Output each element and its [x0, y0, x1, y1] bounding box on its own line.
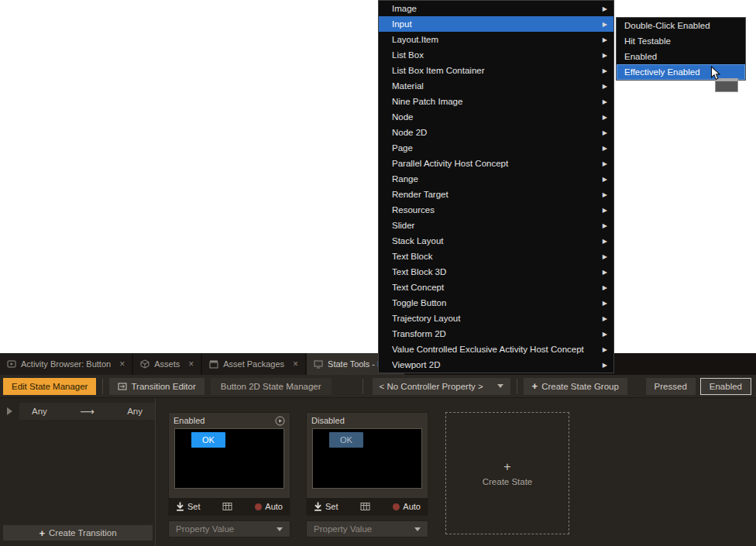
- menu-item-render-target[interactable]: Render Target▶: [379, 187, 613, 202]
- set-button[interactable]: Set: [176, 502, 201, 511]
- submenu-arrow-icon: ▶: [603, 191, 607, 198]
- menu-item-input[interactable]: Input▶: [379, 16, 613, 32]
- state-card-footer: Set Auto: [169, 498, 290, 515]
- tab-assets[interactable]: Assets ×: [133, 353, 201, 375]
- set-label: Set: [187, 502, 201, 511]
- submenu-arrow-icon: ▶: [603, 222, 607, 229]
- edit-state-manager-button[interactable]: Edit State Manager: [3, 378, 96, 395]
- auto-record-icon: [255, 503, 262, 510]
- state-card-disabled[interactable]: Disabled OK Set Auto: [306, 412, 428, 516]
- chevron-down-icon: [497, 384, 503, 388]
- state-card-header: Enabled: [169, 413, 290, 428]
- menu-item-resources[interactable]: Resources▶: [379, 202, 613, 218]
- menu-item-nine-patch-image[interactable]: Nine Patch Image▶: [379, 94, 613, 109]
- state-tools-toolbar: Edit State Manager Transition Editor But…: [0, 375, 756, 398]
- state-name: Enabled: [174, 416, 204, 425]
- tab-label: Assets: [154, 359, 180, 369]
- transition-editor-label: Transition Editor: [131, 382, 195, 391]
- asset-packages-icon: [209, 359, 218, 369]
- transition-row-wrap: Any ⟶ Any: [0, 403, 155, 420]
- state-card-enabled[interactable]: Enabled OK Set Auto: [168, 412, 290, 516]
- property-value-label: Property Value: [176, 524, 234, 534]
- preview-ok-button: OK: [191, 432, 225, 448]
- tab-label: Asset Packages: [223, 359, 284, 369]
- pressed-state-button[interactable]: Pressed: [646, 378, 696, 395]
- enabled-state-button[interactable]: Enabled: [700, 378, 751, 395]
- state-manager-title: Button 2D State Manager: [211, 378, 332, 395]
- property-value-dropdown[interactable]: Property Value: [168, 520, 290, 537]
- transition-from: Any: [32, 407, 47, 416]
- menu-item-node[interactable]: Node▶: [379, 109, 613, 125]
- menu-item-stack-layout[interactable]: Stack Layout▶: [379, 233, 613, 249]
- create-state-group-button[interactable]: + Create State Group: [524, 378, 627, 395]
- transition-row[interactable]: Any ⟶ Any: [19, 403, 155, 420]
- close-icon[interactable]: ×: [119, 359, 125, 369]
- set-down-arrow-icon: [176, 502, 184, 511]
- menu-item-parallel-activity-host-concept[interactable]: Parallel Activity Host Concept▶: [379, 156, 613, 171]
- state-card-footer: Set Auto: [307, 498, 428, 515]
- preview-ok-button: OK: [329, 432, 363, 448]
- property-value-dropdown[interactable]: Property Value: [306, 520, 428, 537]
- chevron-down-icon: [414, 527, 421, 531]
- menu-item-slider[interactable]: Slider▶: [379, 218, 613, 233]
- tab-activity-browser[interactable]: Activity Browser: Button ×: [0, 353, 132, 375]
- close-icon[interactable]: ×: [293, 359, 298, 369]
- menu-item-range[interactable]: Range▶: [379, 171, 613, 187]
- menu-item-list-box-item-container[interactable]: List Box Item Container▶: [379, 63, 613, 78]
- set-button[interactable]: Set: [314, 502, 338, 511]
- menu-item-page[interactable]: Page▶: [379, 140, 613, 156]
- submenu-arrow-icon: ▶: [603, 362, 607, 369]
- submenu-arrow-icon: ▶: [603, 114, 607, 121]
- submenu-arrow-icon: ▶: [603, 300, 607, 307]
- auto-toggle[interactable]: Auto: [255, 502, 283, 511]
- close-icon[interactable]: ×: [188, 359, 194, 369]
- menu-item-transform-2d[interactable]: Transform 2D▶: [379, 326, 613, 342]
- menu-item-image[interactable]: Image▶: [379, 1, 613, 16]
- menu-item-toggle-button[interactable]: Toggle Button▶: [379, 295, 613, 311]
- plus-icon: +: [532, 380, 538, 392]
- submenu-item-double-click-enabled[interactable]: Double-Click Enabled: [617, 18, 745, 33]
- controller-property-dropdown[interactable]: < No Controller Property >: [373, 378, 510, 395]
- submenu-arrow-icon: ▶: [603, 160, 607, 167]
- menu-item-text-concept[interactable]: Text Concept▶: [379, 280, 613, 295]
- state-preview: OK: [312, 428, 422, 489]
- set-down-arrow-icon: [314, 502, 322, 511]
- controller-property-value: < No Controller Property >: [380, 382, 483, 391]
- toolbar-separator: [363, 379, 363, 394]
- create-state-button[interactable]: + Create State: [445, 412, 569, 534]
- context-menu: Image▶ Input▶ Layout.Item▶ List Box▶ Lis…: [378, 0, 614, 373]
- submenu-item-effectively-enabled[interactable]: Effectively Enabled: [617, 64, 745, 80]
- auto-toggle[interactable]: Auto: [393, 502, 421, 511]
- set-label: Set: [325, 502, 338, 511]
- submenu-item-hit-testable[interactable]: Hit Testable: [617, 33, 745, 49]
- menu-item-list-box[interactable]: List Box▶: [379, 47, 613, 63]
- transition-to: Any: [127, 407, 143, 416]
- transitions-panel: Any ⟶ Any + Create Transition: [0, 398, 156, 546]
- submenu-arrow-icon: ▶: [603, 176, 607, 183]
- menu-item-layout-item[interactable]: Layout.Item▶: [379, 32, 613, 47]
- menu-item-text-block[interactable]: Text Block▶: [379, 249, 613, 264]
- tab-label: Activity Browser: Button: [21, 359, 111, 369]
- expander-icon[interactable]: [7, 407, 12, 415]
- create-state-label: Create State: [483, 477, 533, 486]
- menu-item-material[interactable]: Material▶: [379, 78, 613, 94]
- chevron-down-icon: [277, 527, 283, 531]
- tab-asset-packages[interactable]: Asset Packages ×: [202, 353, 305, 375]
- menu-item-node-2d[interactable]: Node 2D▶: [379, 125, 613, 140]
- transition-editor-button[interactable]: Transition Editor: [109, 378, 204, 395]
- keyframe-editor-icon[interactable]: [360, 502, 370, 511]
- submenu-item-enabled[interactable]: Enabled: [617, 49, 745, 64]
- create-transition-button[interactable]: + Create Transition: [3, 525, 153, 541]
- menu-item-trajectory-layout[interactable]: Trajectory Layout▶: [379, 311, 613, 326]
- menu-item-text-block-3d[interactable]: Text Block 3D▶: [379, 264, 613, 280]
- keyframe-editor-icon[interactable]: [222, 502, 232, 511]
- toolbar-separator: [517, 379, 517, 394]
- submenu-arrow-icon: ▶: [603, 269, 607, 276]
- auto-label: Auto: [403, 502, 421, 511]
- state-preview-play-icon[interactable]: [275, 416, 285, 426]
- state-preview: OK: [174, 428, 284, 489]
- menu-item-viewport-2d[interactable]: Viewport 2D▶: [379, 357, 613, 373]
- plus-icon: +: [503, 460, 510, 474]
- submenu-arrow-icon: ▶: [603, 5, 607, 12]
- menu-item-value-controlled-exclusive-activity-host-concept[interactable]: Value Controlled Exclusive Activity Host…: [379, 342, 613, 357]
